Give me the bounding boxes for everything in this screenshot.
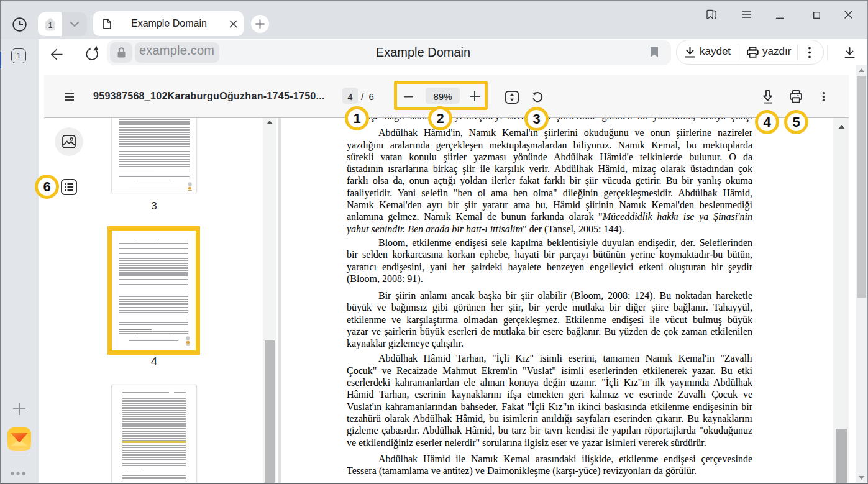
svg-text:1: 1 [48,21,52,30]
